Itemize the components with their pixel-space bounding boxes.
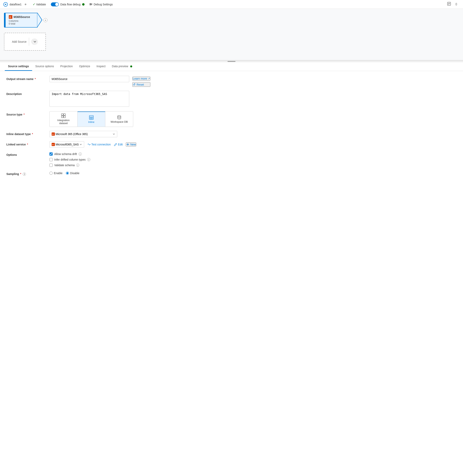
node-plus-button[interactable]: + <box>44 18 47 22</box>
svg-text:O: O <box>52 133 54 135</box>
add-source-label: Add Source <box>12 40 27 43</box>
integration-dataset-label: Integration dataset <box>53 119 74 125</box>
app-title: dataflow1 <box>9 3 22 6</box>
workspace-db-label: Workspace DB <box>110 120 128 123</box>
svg-rect-2 <box>89 4 92 5</box>
svg-text:O: O <box>52 144 54 146</box>
validate-schema-info-icon[interactable]: i <box>76 164 79 167</box>
sampling-disable-radio[interactable] <box>66 172 69 175</box>
source-type-group: Integration dataset Inline <box>49 111 133 127</box>
panel-content: Output stream name * Learn more ↗ ↺ Rese… <box>0 71 463 184</box>
debug-label: Data flow debug <box>60 3 80 6</box>
inline-label: Inline <box>88 120 94 123</box>
linked-service-row: Linked service * O Microsoft365_SAS <box>6 141 457 148</box>
validate-schema-checkbox[interactable] <box>49 164 53 167</box>
inline-dataset-type-control: O Microsoft 365 (Office 365) <box>49 131 129 137</box>
validate-icon: ✓ <box>33 2 35 6</box>
edit-label: Edit <box>118 143 123 146</box>
validate-button[interactable]: ✓ Validate <box>31 2 48 7</box>
office365-linked-service-icon: O <box>52 143 55 146</box>
learn-more-label: Learn more <box>133 77 147 80</box>
source-type-row: Source type * Integration dataset <box>6 111 457 127</box>
reset-button[interactable]: ↺ Reset <box>132 82 150 87</box>
code-icon: {} <box>455 2 459 6</box>
tab-data-preview-label: Data preview <box>112 65 128 68</box>
infer-drifted-checkbox[interactable] <box>49 158 53 161</box>
linked-service-control: O Microsoft365_SAS Test connection <box>49 141 136 148</box>
output-stream-name-input[interactable] <box>49 76 129 82</box>
svg-rect-13 <box>62 116 63 118</box>
learn-more-link[interactable]: Learn more ↗ <box>132 77 150 81</box>
options-row: Options Allow schema drift i Infer drift… <box>6 152 457 167</box>
source-type-workspace-db[interactable]: Workspace DB <box>105 111 133 127</box>
script-button[interactable] <box>446 1 452 8</box>
tab-optimize[interactable]: Optimize <box>76 62 93 71</box>
debug-settings-button[interactable]: Debug Settings <box>88 2 115 7</box>
svg-rect-1 <box>89 4 92 4</box>
linked-service-dropdown: O Microsoft365_SAS <box>49 141 84 148</box>
debug-toggle-area: Data flow debug <box>51 2 85 6</box>
new-linked-service-button[interactable]: New <box>126 142 136 146</box>
tab-source-options[interactable]: Source options <box>32 62 57 71</box>
tab-projection[interactable]: Projection <box>57 62 76 71</box>
required-star-4: * <box>27 143 28 146</box>
node-arrow-inner <box>37 13 42 27</box>
output-stream-name-control <box>49 76 129 82</box>
sampling-disable-row: Disable <box>66 172 80 175</box>
sampling-enable-radio[interactable] <box>49 172 53 175</box>
inline-dataset-type-select[interactable]: Microsoft 365 (Office 365) <box>55 131 113 137</box>
svg-rect-14 <box>64 116 65 118</box>
resize-handle[interactable] <box>0 61 463 62</box>
tab-inspect[interactable]: Inspect <box>93 62 109 71</box>
bottom-panel: Source settings Source options Projectio… <box>0 62 463 184</box>
required-star-1: * <box>35 77 36 81</box>
integration-dataset-icon <box>61 113 66 118</box>
sampling-enable-row: Enable <box>49 172 62 175</box>
toolbar-right: {} <box>446 1 460 8</box>
debug-toggle-switch[interactable] <box>51 2 59 6</box>
plus-icon <box>126 143 129 146</box>
source-type-inline[interactable]: Inline <box>78 111 106 127</box>
required-star-3: * <box>32 132 33 136</box>
unsaved-indicator <box>25 4 26 5</box>
svg-point-20 <box>118 116 121 117</box>
tab-source-settings[interactable]: Source settings <box>5 62 32 71</box>
allow-schema-drift-row: Allow schema drift i <box>49 152 90 156</box>
output-stream-name-row: Output stream name * Learn more ↗ ↺ Rese… <box>6 76 457 87</box>
top-bar: dataflow1 ✓ Validate Data flow debug Deb… <box>0 0 463 9</box>
m365source-node[interactable]: O M365Source Columns: 0 total + <box>4 13 37 27</box>
source-type-control: Integration dataset Inline <box>49 111 457 127</box>
output-stream-name-label: Output stream name * <box>6 76 46 81</box>
svg-text:{}: {} <box>455 2 457 5</box>
validate-schema-row: Validate schema i <box>49 164 90 167</box>
description-input[interactable]: Import data from Microsoft365_SAS <box>49 91 129 107</box>
code-button[interactable]: {} <box>454 1 460 8</box>
tab-optimize-label: Optimize <box>79 65 90 68</box>
test-connection-icon <box>87 143 90 146</box>
inline-icon <box>89 115 94 120</box>
allow-schema-drift-label: Allow schema drift <box>54 152 77 156</box>
description-control: Import data from Microsoft365_SAS <box>49 91 129 107</box>
office365-node-icon: O <box>9 15 12 19</box>
edit-button[interactable]: Edit <box>114 143 123 146</box>
add-source-node[interactable]: Add Source <box>4 33 46 51</box>
tab-projection-label: Projection <box>60 65 72 68</box>
svg-text:O: O <box>9 16 11 18</box>
options-group: Allow schema drift i Infer drifted colum… <box>49 152 90 167</box>
svg-rect-3 <box>89 5 91 5</box>
linked-service-select[interactable]: Microsoft365_SAS <box>55 141 80 147</box>
source-type-integration-dataset[interactable]: Integration dataset <box>50 111 78 127</box>
sampling-info-icon[interactable]: i <box>23 173 26 176</box>
node-title: M365Source <box>14 15 30 18</box>
allow-schema-drift-info-icon[interactable]: i <box>79 152 82 156</box>
allow-schema-drift-checkbox[interactable] <box>49 152 53 156</box>
linked-service-dropdown-chevron-icon <box>80 143 82 146</box>
svg-rect-12 <box>64 114 65 116</box>
infer-drifted-info-icon[interactable]: i <box>87 158 90 161</box>
test-connection-button[interactable]: Test connection <box>87 143 111 146</box>
workspace-db-icon <box>117 115 121 119</box>
options-label: Options <box>6 152 46 156</box>
add-source-chevron[interactable] <box>32 38 38 45</box>
node-title-row: O M365Source <box>9 15 34 19</box>
tab-data-preview[interactable]: Data preview <box>109 62 135 71</box>
